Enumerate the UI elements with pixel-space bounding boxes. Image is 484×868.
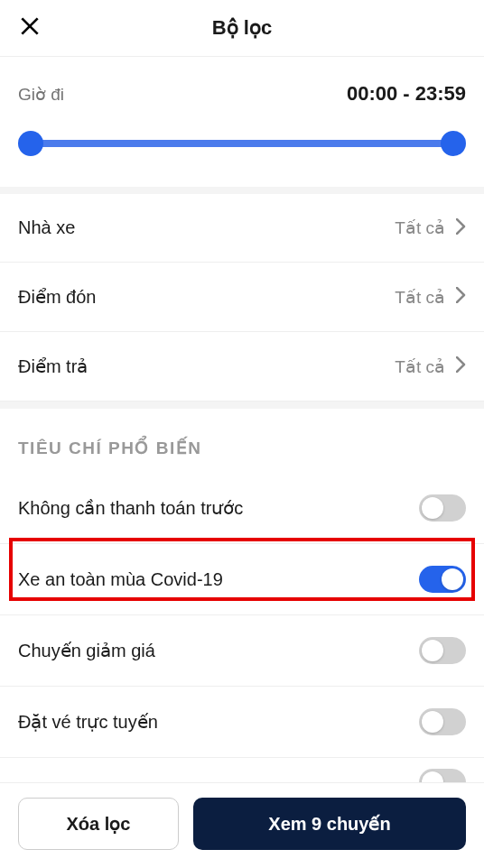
toggle-label: Đặt vé trực tuyến [18, 711, 158, 733]
toggle-switch-no-prepay[interactable] [419, 494, 466, 522]
time-label: Giờ đi [18, 84, 64, 105]
clear-filter-button[interactable]: Xóa lọc [18, 798, 179, 850]
toggle-covid-safe: Xe an toàn mùa Covid-19 [0, 544, 484, 615]
row-value: Tất cả [395, 287, 445, 308]
row-label: Điểm trả [18, 356, 88, 377]
toggle-label: Không cần thanh toán trước [18, 497, 243, 519]
row-label: Nhà xe [18, 217, 75, 238]
chevron-right-icon [456, 287, 466, 307]
time-slider[interactable] [18, 131, 466, 156]
slider-knob-start[interactable] [18, 131, 43, 156]
row-value: Tất cả [395, 217, 445, 238]
time-value: 00:00 - 23:59 [347, 82, 466, 106]
row-label: Điểm đón [18, 286, 96, 308]
section-title: TIÊU CHÍ PHỔ BIẾN [0, 409, 484, 473]
toggle-online-booking: Đặt vé trực tuyến [0, 687, 484, 758]
page-title: Bộ lọc [212, 16, 272, 40]
row-diem-tra[interactable]: Điểm trả Tất cả [0, 332, 484, 402]
toggle-label: Chuyến giảm giá [18, 640, 155, 661]
toggle-label: Xe an toàn mùa Covid-19 [18, 569, 223, 590]
filter-rows: Nhà xe Tất cả Điểm đón Tất cả Điểm trả T… [0, 194, 484, 402]
toggle-no-prepay: Không cần thanh toán trước [0, 473, 484, 544]
close-icon [18, 14, 42, 38]
row-nha-xe[interactable]: Nhà xe Tất cả [0, 194, 484, 263]
chevron-right-icon [456, 356, 466, 376]
view-results-button[interactable]: Xem 9 chuyến [193, 798, 466, 850]
slider-knob-end[interactable] [441, 131, 466, 156]
bottom-bar: Xóa lọc Xem 9 chuyến [0, 782, 484, 868]
chevron-right-icon [456, 218, 466, 238]
slider-track [31, 140, 453, 147]
toggle-switch-discount[interactable] [419, 637, 466, 664]
toggle-switch-covid-safe[interactable] [419, 566, 466, 593]
section-divider [0, 402, 484, 409]
header: Bộ lọc [0, 0, 484, 57]
row-value: Tất cả [395, 356, 445, 377]
time-section: Giờ đi 00:00 - 23:59 [0, 57, 484, 194]
row-diem-don[interactable]: Điểm đón Tất cả [0, 263, 484, 332]
toggle-discount: Chuyến giảm giá [0, 615, 484, 687]
toggle-switch-online-booking[interactable] [419, 708, 466, 735]
close-button[interactable] [18, 14, 42, 42]
